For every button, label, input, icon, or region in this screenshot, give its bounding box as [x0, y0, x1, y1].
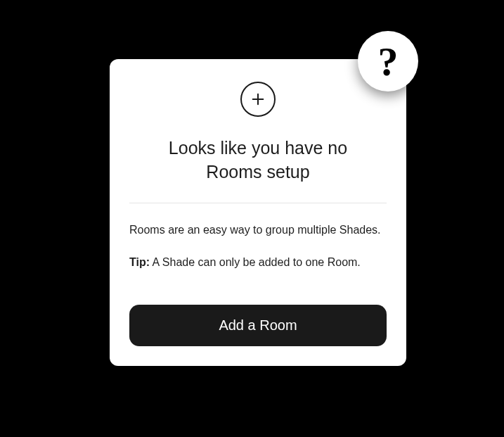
empty-state-title: Looks like you have no Rooms setup [129, 137, 387, 184]
tip-row: Tip: A Shade can only be added to one Ro… [129, 254, 387, 271]
add-room-icon-button[interactable] [240, 82, 276, 117]
empty-state-description: Rooms are an easy way to group multiple … [129, 222, 387, 239]
empty-rooms-card: Looks like you have no Rooms setup Rooms… [110, 59, 406, 366]
tip-text: A Shade can only be added to one Room. [150, 256, 361, 268]
help-button[interactable]: ? [358, 31, 418, 91]
divider [129, 203, 387, 203]
add-room-button[interactable]: Add a Room [129, 305, 387, 346]
tip-label: Tip: [129, 256, 150, 268]
help-icon: ? [378, 38, 399, 85]
plus-icon [250, 91, 266, 107]
card-icon-wrap [129, 82, 387, 117]
